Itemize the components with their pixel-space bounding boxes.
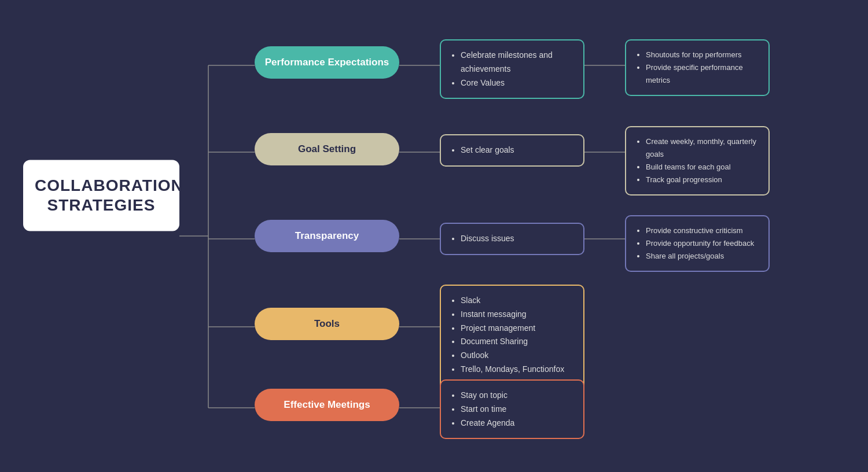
trans-l3-list: Provide constructive criticism Provide o… [635,224,759,263]
perf-exp-level3: Shoutouts for top performers Provide spe… [625,39,770,96]
effective-meetings-level2: Stay on topic Start on time Create Agend… [440,379,584,439]
goal-setting-level3: Create weekly, monthly, quarterly goals … [625,126,770,196]
transparency-level3: Provide constructive criticism Provide o… [625,215,770,272]
branch-label: Effective Meetings [284,399,370,410]
perf-exp-l2-list: Celebrate milestones and achievements Co… [450,49,574,90]
goal-l3-list: Create weekly, monthly, quarterly goals … [635,135,759,186]
branch-tools: Tools [255,308,399,340]
branch-label: Tools [314,318,340,329]
meetings-l2-list: Stay on topic Start on time Create Agend… [450,389,574,430]
branch-performance-expectations: Performance Expectations [255,46,399,79]
branch-effective-meetings: Effective Meetings [255,389,399,421]
branch-label: Goal Setting [298,143,356,154]
branch-label: Performance Expectations [265,57,389,68]
root-label: COLLABORATION STRATEGIES [35,176,168,215]
branch-label: Transparency [295,230,359,241]
branch-transparency: Transparency [255,220,399,252]
trans-l2-list: Discuss issues [450,232,574,246]
goal-setting-level2: Set clear goals [440,134,584,167]
tools-l2-list: Slack Instant messaging Project manageme… [450,294,574,390]
perf-exp-l3-list: Shoutouts for top performers Provide spe… [635,49,759,87]
transparency-level2: Discuss issues [440,223,584,255]
canvas: COLLABORATION STRATEGIES Performance Exp… [0,0,868,472]
root-node: COLLABORATION STRATEGIES [23,160,179,231]
goal-l2-list: Set clear goals [450,143,574,157]
perf-exp-level2: Celebrate milestones and achievements Co… [440,39,584,99]
branch-goal-setting: Goal Setting [255,133,399,165]
